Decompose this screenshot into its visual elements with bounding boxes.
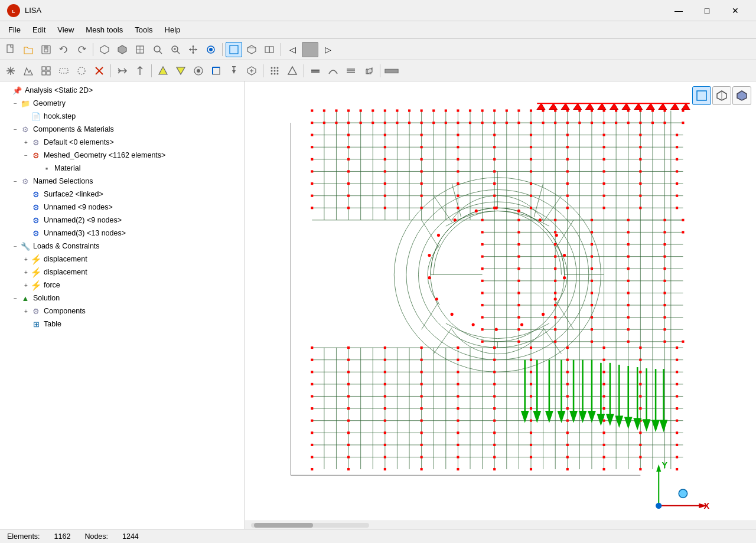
svg-rect-451 [566,383,569,385]
svg-rect-240 [384,122,386,124]
tree-item-default[interactable]: + ⚙ Default <0 elements> [0,136,245,149]
view-c-btn[interactable] [261,42,278,57]
tree-item-comp-mat[interactable]: − ⚙ Components & Materials [0,123,245,136]
svg-rect-216 [469,109,471,112]
tree-item-table[interactable]: ⊞ Table [0,318,245,331]
svg-point-534 [539,218,542,221]
tree-item-named-sel[interactable]: − ⚙ Named Selections [0,175,245,188]
arc1-btn[interactable] [325,63,341,78]
tree-item-surface2[interactable]: ⚙ Surface2 <linked> [0,188,245,201]
svg-rect-283 [566,146,569,148]
merge-btn[interactable] [114,63,131,78]
pin-btn[interactable] [226,63,242,78]
svg-rect-367 [663,256,666,258]
zoom-btn[interactable] [167,42,184,57]
horizontal-scrollbar[interactable] [245,521,756,529]
node-add-btn[interactable] [243,63,260,78]
view-wire-btn[interactable] [132,42,148,57]
svg-point-37 [78,67,85,74]
svg-rect-496 [603,431,605,434]
tree-item-unnamed2[interactable]: ⚙ Unnamed(2) <9 nodes> [0,214,245,227]
svg-rect-44 [213,67,220,74]
line2-btn[interactable] [343,63,359,78]
tree-item-components[interactable]: + ⚙ Components [0,305,245,318]
tree-item-disp1[interactable]: + ⚡ displacement [0,253,245,266]
select-node-btn[interactable] [20,63,37,78]
svg-point-11 [154,46,160,52]
arrow-right-btn[interactable]: ▷ [320,42,336,57]
rotate-btn[interactable] [203,42,219,57]
tree-item-unnamed1[interactable]: ⚙ Unnamed <9 nodes> [0,201,245,214]
tree-item-disp2[interactable]: + ⚡ displacement [0,266,245,279]
close-button[interactable]: ✕ [722,1,749,20]
svg-rect-458 [421,395,423,397]
move-btn[interactable] [208,63,224,78]
tree-item-hook[interactable]: 📄 hook.step [0,110,245,123]
vp-btn-front[interactable] [692,86,711,105]
svg-rect-527 [530,468,532,470]
viewport[interactable]: Y X [245,81,756,529]
undo-button[interactable] [56,42,72,57]
line1-btn[interactable] [307,63,324,78]
maximize-button[interactable]: □ [693,1,721,20]
view-3d-btn[interactable] [96,42,113,57]
redo-button[interactable] [73,42,90,57]
svg-rect-254 [554,122,556,124]
svg-rect-420 [639,346,641,349]
svg-point-544 [435,297,438,300]
open-button[interactable] [20,42,37,57]
tri-btn[interactable] [155,63,171,78]
tree-item-geometry[interactable]: − 📁 Geometry [0,97,245,110]
menu-edit[interactable]: Edit [27,23,51,37]
active-view-btn[interactable] [226,42,242,57]
svg-rect-422 [311,359,313,361]
svg-rect-222 [542,109,545,112]
svg-rect-299 [347,170,350,172]
extrude-btn[interactable] [360,63,377,78]
apply-btn[interactable] [190,63,207,78]
save-button[interactable] [38,42,54,57]
menu-mesh-tools[interactable]: Mesh tools [80,23,129,37]
menu-view[interactable]: View [51,23,80,37]
deselect-btn[interactable] [91,63,107,78]
view-b-btn[interactable] [243,42,260,57]
tree-item-loads[interactable]: − 🔧 Loads & Constraints [0,240,245,253]
tree-item-unnamed3[interactable]: ⚙ Unnamed(3) <13 nodes> [0,227,245,240]
svg-rect-478 [347,420,350,422]
dots-btn[interactable] [266,63,283,78]
new-button[interactable] [2,42,19,57]
unnamed3-label: Unnamed(3) <13 nodes> [44,229,126,237]
rectbar-btn[interactable] [383,63,400,78]
vp-btn-3d[interactable] [732,86,751,105]
arrow-left-btn[interactable]: ◁ [284,42,301,57]
vp-btn-iso[interactable] [712,86,731,105]
split-btn[interactable] [132,63,148,78]
tri3-btn[interactable] [284,63,301,78]
svg-rect-341 [676,207,678,209]
svg-rect-498 [676,431,678,434]
select-rect-btn[interactable] [56,63,72,78]
menu-tools[interactable]: Tools [129,23,158,37]
disp2-label: displacement [44,268,87,276]
view-solid-btn[interactable] [114,42,131,57]
menu-file[interactable]: File [2,23,27,37]
tree-item-solution[interactable]: − ▲ Solution [0,292,245,305]
svg-rect-380 [481,292,484,294]
app-logo: L [7,4,20,17]
minimize-button[interactable]: — [665,1,692,20]
pan-btn[interactable] [185,42,201,57]
select-all-btn[interactable] [2,63,19,78]
menu-help[interactable]: Help [159,23,187,37]
tree-item-analysis[interactable]: 📌 Analysis <Static 2D> [0,84,245,97]
svg-rect-440 [566,371,569,373]
select-elem-btn[interactable] [38,63,54,78]
select-sph-btn[interactable] [73,63,90,78]
svg-rect-329 [639,195,641,197]
tree-item-force[interactable]: + ⚡ force [0,279,245,292]
tri2-btn[interactable] [172,63,189,78]
search-btn[interactable] [149,42,166,57]
tree-item-meshed[interactable]: − ⚙ Meshed_Geometry <1162 elements> [0,149,245,162]
grey-box-btn[interactable] [302,42,318,57]
svg-rect-290 [421,158,423,161]
tree-item-material[interactable]: ▪ Material [0,162,245,175]
